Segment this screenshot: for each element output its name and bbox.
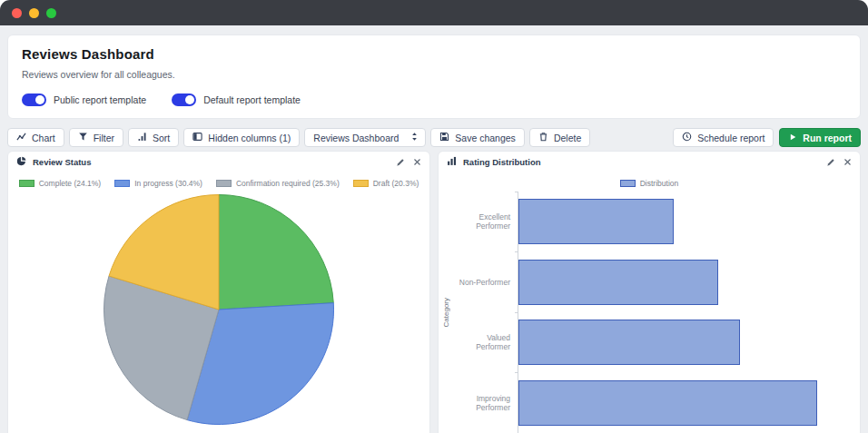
report-header-card: Reviews Dashboard Reviews overview for a…: [7, 34, 861, 119]
bar-chart-icon: [447, 156, 457, 168]
bar-legend: Distribution: [439, 179, 860, 188]
delete-button-label: Delete: [554, 133, 581, 143]
hidden-columns-button[interactable]: Hidden columns (1): [183, 128, 300, 147]
review-status-pie-chart: [102, 192, 336, 427]
chart-button[interactable]: Chart: [7, 128, 64, 147]
toolbar-right-group: Schedule report Run report: [673, 128, 861, 147]
columns-icon: [192, 132, 202, 143]
save-changes-button[interactable]: Save changes: [430, 128, 525, 147]
bar-chart-y-axis-label: Category: [442, 298, 454, 327]
bar-excellent-performer[interactable]: [518, 199, 674, 244]
review-status-panel-actions: [396, 158, 421, 167]
schedule-report-button[interactable]: Schedule report: [673, 128, 774, 147]
rating-distribution-panel-actions: [826, 158, 852, 167]
review-status-panel-title: Review Status: [33, 157, 91, 167]
legend-swatch: [114, 180, 130, 187]
bar-non-performer[interactable]: [518, 260, 718, 305]
pie-slice-complete[interactable]: [219, 195, 333, 310]
play-icon: [788, 133, 797, 143]
bar-row-non-performer: Non-Performer: [454, 252, 851, 313]
sort-icon: [137, 132, 147, 143]
bar-category-label: Valued Performer: [454, 312, 518, 373]
chart-line-icon: [16, 132, 26, 143]
legend-label: Distribution: [640, 179, 679, 188]
bar-category-label: Non-Performer: [454, 252, 518, 313]
rating-distribution-panel-header: Rating Distribution: [439, 152, 860, 172]
pie-chart-wrap: [8, 192, 429, 433]
delete-button[interactable]: Delete: [529, 128, 590, 147]
toggle-label: Public report template: [54, 94, 146, 105]
bar-row-improving-performer: Improving Performer: [454, 373, 851, 433]
review-status-panel: Review Status Complete (24.1%)In progres…: [7, 151, 430, 433]
report-view-select[interactable]: Reviews Dashboard: [304, 128, 426, 147]
bar-row-valued-performer: Valued Performer: [454, 312, 851, 373]
chart-button-label: Chart: [32, 133, 55, 143]
filter-funnel-icon: [78, 132, 88, 143]
run-report-button[interactable]: Run report: [779, 128, 861, 147]
clock-icon: [682, 132, 692, 143]
sort-button-label: Sort: [153, 133, 170, 143]
bar-improving-performer[interactable]: [518, 380, 817, 426]
minimize-window-button[interactable]: [29, 8, 39, 18]
run-report-button-label: Run report: [803, 133, 852, 143]
chevron-up-down-icon: [410, 132, 419, 143]
bar-track: [518, 312, 851, 373]
bar-chart-rows: Excellent PerformerNon-PerformerValued P…: [454, 192, 851, 433]
toolbar-left-group: Chart Filter Sort Hidden columns (1) Rev…: [7, 128, 673, 147]
close-widget-icon[interactable]: [413, 158, 421, 166]
legend-swatch: [216, 180, 232, 187]
toggle-knob: [185, 95, 194, 104]
save-floppy-icon: [439, 132, 449, 143]
sort-button[interactable]: Sort: [128, 128, 179, 147]
toggle-switch[interactable]: [22, 93, 46, 106]
toggle-knob: [35, 95, 44, 104]
app-window: Reviews Dashboard Reviews overview for a…: [0, 0, 868, 433]
bar-track: [518, 373, 851, 433]
page-title: Reviews Dashboard: [22, 46, 846, 62]
bar-track: [518, 252, 851, 313]
page-subtitle: Reviews overview for all colleagues.: [22, 69, 846, 80]
toggle-switch[interactable]: [172, 93, 196, 106]
bar-category-label: Excellent Performer: [454, 192, 518, 252]
trash-icon: [538, 132, 548, 143]
legend-item-distribution: Distribution: [620, 179, 679, 188]
save-changes-button-label: Save changes: [455, 133, 516, 143]
default-report-template-toggle[interactable]: Default report template: [172, 93, 301, 106]
template-toggles: Public report templateDefault report tem…: [22, 93, 846, 106]
bar-category-label: Improving Performer: [454, 373, 518, 433]
legend-label: In progress (30.4%): [134, 179, 202, 188]
close-window-button[interactable]: [12, 8, 22, 18]
toolbar: Chart Filter Sort Hidden columns (1) Rev…: [7, 128, 861, 147]
legend-item-complete: Complete (24.1%): [19, 179, 102, 188]
bar-row-excellent-performer: Excellent Performer: [454, 192, 851, 252]
filter-button[interactable]: Filter: [69, 128, 123, 147]
rating-distribution-panel: Rating Distribution Distribution Categor…: [438, 151, 861, 433]
window-titlebar: [0, 0, 868, 25]
edit-widget-icon[interactable]: [396, 158, 405, 167]
legend-item-in-progress: In progress (30.4%): [114, 179, 202, 188]
report-view-select-value: Reviews Dashboard: [313, 133, 399, 143]
toggle-label: Default report template: [203, 94, 301, 105]
public-report-template-toggle[interactable]: Public report template: [22, 93, 146, 106]
review-status-panel-header: Review Status: [8, 152, 429, 172]
bar-chart-area: Category Excellent PerformerNon-Performe…: [439, 188, 860, 433]
edit-widget-icon[interactable]: [826, 158, 835, 167]
bar-track: [518, 192, 851, 252]
legend-label: Draft (20.3%): [373, 179, 419, 188]
legend-item-confirmation-required: Confirmation required (25.3%): [216, 179, 340, 188]
pie-legend: Complete (24.1%)In progress (30.4%)Confi…: [8, 179, 429, 188]
filter-button-label: Filter: [94, 133, 114, 143]
legend-swatch: [353, 180, 369, 187]
close-widget-icon[interactable]: [843, 158, 852, 166]
pie-chart-icon: [16, 156, 26, 168]
rating-distribution-panel-title: Rating Distribution: [463, 157, 541, 167]
legend-label: Complete (24.1%): [39, 179, 102, 188]
dashboard-panels: Review Status Complete (24.1%)In progres…: [7, 151, 861, 433]
schedule-report-button-label: Schedule report: [697, 133, 764, 143]
page-content: Reviews Dashboard Reviews overview for a…: [0, 25, 868, 433]
legend-label: Confirmation required (25.3%): [236, 179, 340, 188]
bar-valued-performer[interactable]: [518, 320, 740, 365]
hidden-columns-button-label: Hidden columns (1): [208, 133, 291, 143]
zoom-window-button[interactable]: [46, 8, 56, 18]
legend-swatch: [19, 180, 35, 187]
